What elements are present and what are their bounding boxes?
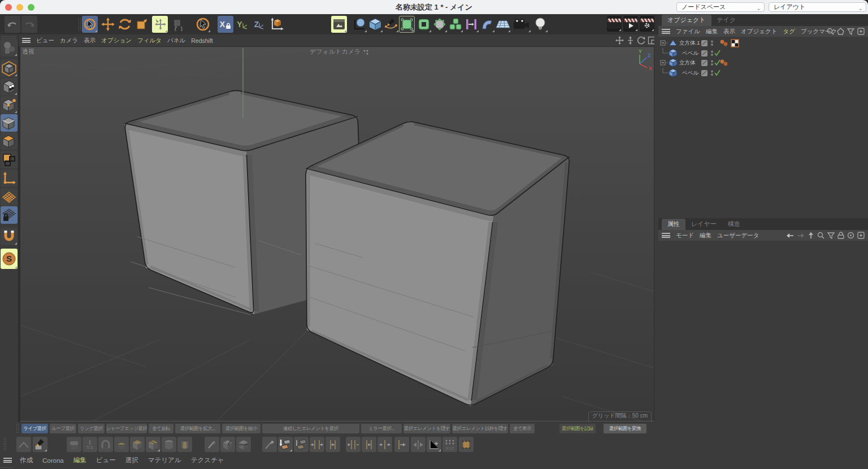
show-all-command[interactable]: 全て表示 [510,424,535,433]
offset-bars-button[interactable] [362,437,376,452]
tree-label-bevel2[interactable]: ベベル [682,70,698,77]
camera-button[interactable] [512,16,531,33]
crate-tool-button[interactable] [130,437,145,452]
ffd-button[interactable] [432,16,448,33]
move-button[interactable] [100,16,116,33]
sharp-edge-selection-command[interactable]: シャープエッジ選択 [106,424,147,433]
magnet-arch-button[interactable] [98,437,113,452]
render-button[interactable] [623,16,638,32]
snap-settings-button[interactable]: S [1,249,18,269]
object-menu-tags[interactable]: タグ [783,28,795,36]
forward-arrow-icon[interactable] [797,232,805,239]
coordinate-system-button[interactable] [269,16,285,33]
tab-takes[interactable]: テイク [711,15,742,26]
rotate-view-icon[interactable] [637,36,645,45]
tree-label-cube1[interactable]: 立方体.1 [679,40,700,47]
select-connected-command[interactable]: 連続したエレメントを選択 [262,424,359,433]
brush-tool-button[interactable] [83,437,97,452]
invert-all-command[interactable]: 全て反転 [149,424,173,433]
y-axis-button[interactable]: Y [235,16,250,33]
selection-bar-handle[interactable] [16,423,19,433]
snap-button[interactable] [1,228,18,245]
attribute-menu-edit[interactable]: 編集 [700,232,711,240]
lock-icon[interactable] [837,232,844,239]
toolbar-group-handle[interactable] [78,18,81,31]
tree-label-bevel1[interactable]: ベベル [682,50,698,57]
up-arrow-icon[interactable] [808,232,814,239]
workplane-button[interactable] [1,188,18,206]
shift-bars-button[interactable] [346,437,361,452]
tool-bar-handle[interactable] [3,437,6,451]
polygon-pen-button[interactable] [33,437,47,452]
hide-unselected-command[interactable]: 選択エレメント以外を隠す [452,424,508,433]
object-menu-burger[interactable] [662,29,670,34]
spline-pen-button[interactable] [383,16,399,33]
tree-row-cube2[interactable]: 立方体 [658,58,868,68]
crate2-tool-button[interactable] [146,437,160,452]
viewport-view-label[interactable]: 透視 [22,47,34,56]
attribute-menu-userdata[interactable]: ユーザーデータ [717,232,759,240]
tree-row-bevel1[interactable]: ベベル [658,48,868,58]
viewport-menu-filter[interactable]: フィルタ [137,37,162,45]
viewport-menu-options[interactable]: オプション [101,37,132,45]
add-panel-icon[interactable] [857,232,865,239]
grow-selection-command[interactable]: 選択範囲を拡大... [175,424,220,433]
lock-workplane-button[interactable] [1,206,18,224]
object-menu-edit[interactable]: 編集 [706,28,718,36]
slide-tool-button[interactable] [310,437,324,452]
bend-deformer-button[interactable] [479,16,495,33]
loop-selection-command[interactable]: ループ選択 [50,424,76,433]
tree-label-cube2[interactable]: 立方体 [679,59,696,67]
bottom-strip-handle[interactable] [1,467,12,469]
search-icon[interactable] [827,28,834,35]
texture-mode-button[interactable] [1,78,18,95]
bottom-menu-select[interactable]: 選択 [125,456,138,464]
bottom-menu-create[interactable]: 作成 [20,456,33,464]
xyz-points-button[interactable]: XYZ [442,437,457,452]
add-panel-icon[interactable] [857,28,865,35]
redo-button[interactable] [21,16,37,33]
spread-bars-button[interactable] [377,437,392,452]
viewport-menu-burger[interactable] [22,38,31,43]
active-tool-button[interactable] [152,16,168,33]
cage-cube-button[interactable] [459,437,474,452]
search-icon[interactable] [817,232,824,239]
bottom-menu-texture[interactable]: テクスチャ [191,456,224,464]
convert-selection-command[interactable]: 選択範囲を変換 [604,424,646,433]
plane-stack-button[interactable] [294,437,309,452]
tab-structure[interactable]: 構造 [722,219,746,230]
light-button[interactable] [532,16,548,33]
viewport[interactable]: Y Z X [20,46,654,422]
bottom-menu-edit[interactable]: 編集 [73,456,86,464]
viewport-menu-view[interactable]: ビュー [36,37,54,45]
live-selection-button[interactable] [82,16,98,33]
boole-button[interactable] [416,16,432,33]
cube-slice-button[interactable] [236,437,251,452]
dolly-view-icon[interactable] [626,36,635,45]
bottom-menu-corona[interactable]: Corona [42,457,64,464]
tab-objects[interactable]: オブジェクト [662,15,711,26]
collapse-tool-button[interactable] [411,437,426,452]
back-arrow-icon[interactable] [786,232,794,239]
tab-layers[interactable]: レイヤー [685,219,722,230]
viewport-menu-redshift[interactable]: Redshift [191,37,213,44]
undo-button[interactable] [5,16,20,33]
viewport-menu-display[interactable]: 表示 [84,37,96,45]
z-axis-button[interactable]: Z [251,16,267,33]
edge-move-button[interactable] [394,437,409,452]
points-mode-button[interactable] [1,96,18,114]
attribute-menu-burger[interactable] [662,233,670,238]
object-menu-view[interactable]: 表示 [723,28,735,36]
plane-shift-button[interactable] [278,437,293,452]
filter-icon[interactable] [827,232,835,239]
layout-select[interactable]: レイアウト ⌄ [769,2,866,12]
modeling-axis-button[interactable] [351,16,367,33]
x-axis-lock-button[interactable]: X [218,16,233,33]
array-button[interactable] [448,16,463,33]
awning-tool-button[interactable] [114,437,129,452]
corner-plus-button[interactable] [427,437,441,452]
texture-axis-mode-button[interactable] [1,151,18,168]
nodespace-select[interactable]: ノードスペース ⌄ [676,2,765,12]
slide2-tool-button[interactable] [326,437,340,452]
model-mode-button[interactable] [1,59,18,77]
